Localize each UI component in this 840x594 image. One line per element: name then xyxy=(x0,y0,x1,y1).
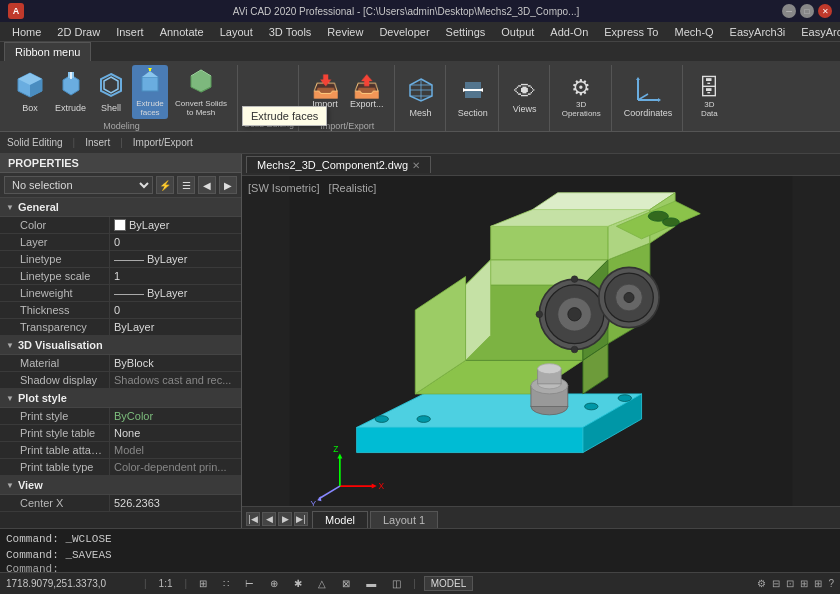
status-scale[interactable]: 1:1 xyxy=(155,578,177,589)
status-dynin[interactable]: ⊠ xyxy=(338,578,354,589)
menu-3d-tools[interactable]: 3D Tools xyxy=(261,24,320,40)
status-coords: 1718.9079,251.3373,0 xyxy=(6,578,136,589)
ribbon-btn-convert-solids[interactable]: Convert Solidsto Mesh xyxy=(171,65,231,119)
menu-2d-draw[interactable]: 2D Draw xyxy=(49,24,108,40)
viewport-tab-close[interactable]: ✕ xyxy=(412,160,420,171)
prop-value-layer[interactable]: 0 xyxy=(110,234,241,250)
status-icon-workspace[interactable]: ⊞ xyxy=(814,578,822,589)
status-otrack[interactable]: △ xyxy=(314,578,330,589)
prop-value-thickness[interactable]: 0 xyxy=(110,302,241,318)
sel-nav-forward[interactable]: ▶ xyxy=(219,176,237,194)
toolbar-insert[interactable]: Insert xyxy=(82,136,113,149)
close-button[interactable]: ✕ xyxy=(818,4,832,18)
tab-nav-next[interactable]: ▶ xyxy=(278,512,292,526)
status-transp[interactable]: ◫ xyxy=(388,578,405,589)
menu-settings[interactable]: Settings xyxy=(438,24,494,40)
prop-section-3d-vis[interactable]: ▼ 3D Visualisation xyxy=(0,336,241,355)
ribbon-btn-views[interactable]: 👁 Views xyxy=(507,79,543,116)
menu-insert[interactable]: Insert xyxy=(108,24,152,40)
ribbon-btn-mesh[interactable]: Mesh xyxy=(403,74,439,120)
ribbon-btn-box[interactable]: Box xyxy=(12,69,48,115)
ribbon-btn-extrude-faces-label: Extrudefaces xyxy=(136,99,164,117)
title-bar: A AVi CAD 2020 Professional - [C:\Users\… xyxy=(0,0,840,22)
menu-review[interactable]: Review xyxy=(319,24,371,40)
prop-value-print-table-attached[interactable]: Model xyxy=(110,442,241,458)
ribbon-tab-ribbon-menu[interactable]: Ribbon menu xyxy=(4,42,91,61)
menu-annotate[interactable]: Annotate xyxy=(152,24,212,40)
status-osnap[interactable]: ✱ xyxy=(290,578,306,589)
prop-value-center-x[interactable]: 526.2363 xyxy=(110,495,241,511)
prop-row-print-style-table: Print style table None xyxy=(0,425,241,442)
ribbon-btn-coordinates[interactable]: Coordinates xyxy=(620,74,677,120)
status-icon-layers[interactable]: ⊟ xyxy=(772,578,780,589)
tab-nav-prev[interactable]: ◀ xyxy=(262,512,276,526)
toolbar-import-export[interactable]: Import/Export xyxy=(130,136,196,149)
prop-value-print-style-table[interactable]: None xyxy=(110,425,241,441)
ribbon-btn-shell[interactable]: Shell xyxy=(93,69,129,115)
ribbon-btn-section-label: Section xyxy=(458,108,488,118)
prop-value-print-table-type[interactable]: Color-dependent prin... xyxy=(110,459,241,475)
status-icon-display[interactable]: ⊡ xyxy=(786,578,794,589)
menu-express-to[interactable]: Express To xyxy=(596,24,666,40)
ribbon-btn-3d-operations-label: 3DOperations xyxy=(562,100,601,118)
ribbon-btn-extrude[interactable]: Extrude xyxy=(51,69,90,115)
prop-value-shadow[interactable]: Shadows cast and rec... xyxy=(110,372,241,388)
viewport-tabs: Mechs2_3D_Component2.dwg ✕ xyxy=(242,154,840,176)
sel-quick-select[interactable]: ⚡ xyxy=(156,176,174,194)
prop-row-center-x: Center X 526.2363 xyxy=(0,495,241,512)
status-icon-ui[interactable]: ⊞ xyxy=(800,578,808,589)
prop-value-color[interactable]: ByLayer xyxy=(110,217,241,233)
model-tab-model[interactable]: Model xyxy=(312,511,368,528)
viewport-area[interactable]: [SW Isometric] [Realistic] xyxy=(242,176,840,528)
prop-value-lineweight[interactable]: ByLayer xyxy=(110,285,241,301)
menu-easyarch3i[interactable]: EasyArch3i xyxy=(722,24,794,40)
prop-section-view[interactable]: ▼ View xyxy=(0,476,241,495)
status-lineweight[interactable]: ▬ xyxy=(362,578,380,589)
prop-section-general[interactable]: ▼ General xyxy=(0,198,241,217)
selection-dropdown[interactable]: No selection xyxy=(4,176,153,194)
status-ortho[interactable]: ⊢ xyxy=(241,578,258,589)
status-right-icons: ⚙ ⊟ ⊡ ⊞ ⊞ ? xyxy=(757,578,834,589)
prop-value-print-style[interactable]: ByColor xyxy=(110,408,241,424)
status-icon-help[interactable]: ? xyxy=(828,578,834,589)
ribbon-btn-3d-data[interactable]: 🗄 3DData xyxy=(691,75,727,120)
prop-section-plot-style[interactable]: ▼ Plot style xyxy=(0,389,241,408)
prop-value-transparency[interactable]: ByLayer xyxy=(110,319,241,335)
ribbon-btn-export[interactable]: 📤 Export... xyxy=(346,74,388,111)
status-snap[interactable]: ⊞ xyxy=(195,578,211,589)
menu-developer[interactable]: Developer xyxy=(371,24,437,40)
sel-nav-back[interactable]: ◀ xyxy=(198,176,216,194)
tab-nav-last[interactable]: ▶| xyxy=(294,512,308,526)
menu-layout[interactable]: Layout xyxy=(212,24,261,40)
ribbon: Ribbon menu Box Extrude xyxy=(0,42,840,132)
minimize-button[interactable]: ─ xyxy=(782,4,796,18)
status-polar[interactable]: ⊕ xyxy=(266,578,282,589)
prop-value-linetype-scale[interactable]: 1 xyxy=(110,268,241,284)
toolbar-secondary: Solid Editing | Insert | Import/Export xyxy=(0,132,840,154)
ribbon-btn-3d-operations[interactable]: ⚙ 3DOperations xyxy=(558,75,605,120)
command-input-row: Command: xyxy=(6,563,834,575)
command-line-1: Command: _WCLOSE xyxy=(6,531,834,547)
viewport-tab-main[interactable]: Mechs2_3D_Component2.dwg ✕ xyxy=(246,156,431,173)
menu-output[interactable]: Output xyxy=(493,24,542,40)
section-icon xyxy=(459,76,487,107)
toolbar-solid-editing[interactable]: Solid Editing xyxy=(4,136,66,149)
ribbon-btn-extrude-faces[interactable]: Extrudefaces xyxy=(132,65,168,119)
prop-value-material[interactable]: ByBlock xyxy=(110,355,241,371)
command-input-field[interactable] xyxy=(63,563,834,575)
ribbon-btn-import[interactable]: 📥 Import xyxy=(307,74,343,111)
ribbon-btn-section[interactable]: Section xyxy=(454,74,492,120)
menu-addon[interactable]: Add-On xyxy=(542,24,596,40)
svg-marker-11 xyxy=(148,68,152,71)
maximize-button[interactable]: □ xyxy=(800,4,814,18)
tab-nav-first[interactable]: |◀ xyxy=(246,512,260,526)
menu-home[interactable]: Home xyxy=(4,24,49,40)
menu-easyarch-e[interactable]: EasyArch E xyxy=(793,24,840,40)
sel-properties-toggle[interactable]: ☰ xyxy=(177,176,195,194)
status-model-btn[interactable]: MODEL xyxy=(424,576,474,591)
status-grid[interactable]: ∷ xyxy=(219,578,233,589)
status-icon-gear[interactable]: ⚙ xyxy=(757,578,766,589)
model-tab-layout1[interactable]: Layout 1 xyxy=(370,511,438,528)
prop-value-linetype[interactable]: ByLayer xyxy=(110,251,241,267)
menu-mech-q[interactable]: Mech-Q xyxy=(666,24,721,40)
